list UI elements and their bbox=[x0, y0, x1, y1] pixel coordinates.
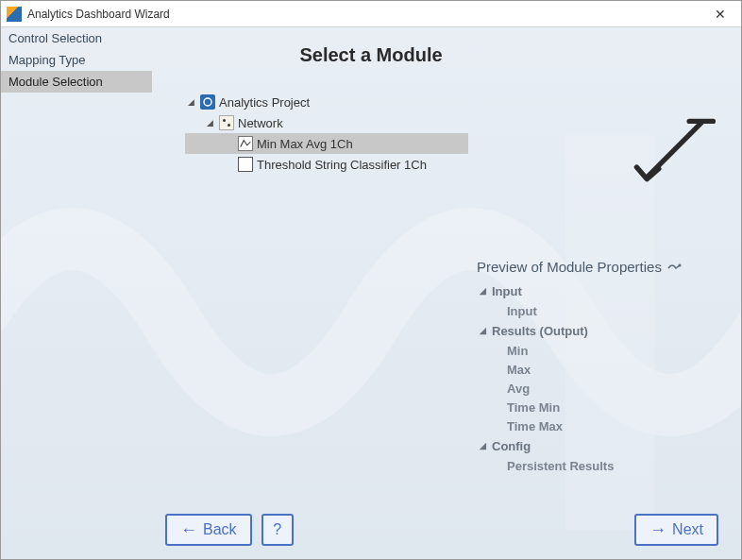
tree-label: Threshold String Classifier 1Ch bbox=[257, 158, 427, 172]
arrow-left-icon: ← bbox=[180, 521, 197, 538]
prop-group-label: Results (Output) bbox=[492, 324, 588, 338]
tree-label: Network bbox=[238, 116, 283, 130]
pin-icon[interactable] bbox=[667, 260, 683, 275]
prop-group-config[interactable]: ◢ Config bbox=[477, 435, 732, 456]
prop-item[interactable]: Max bbox=[477, 360, 732, 379]
minmax-icon bbox=[238, 136, 253, 151]
expander-icon[interactable]: ◢ bbox=[477, 441, 488, 450]
prop-item[interactable]: Persistent Results bbox=[477, 456, 732, 475]
threshold-icon bbox=[238, 157, 253, 172]
help-button[interactable]: ? bbox=[261, 514, 294, 546]
back-label: Back bbox=[203, 521, 237, 538]
step-module-selection[interactable]: Module Selection bbox=[1, 71, 152, 93]
prop-item[interactable]: Avg bbox=[477, 379, 732, 398]
next-button[interactable]: → Next bbox=[634, 514, 718, 546]
preview-title-row: Preview of Module Properties bbox=[477, 259, 732, 275]
module-tree: ◢ Analytics Project ◢ Network Min Max Av… bbox=[185, 92, 468, 175]
prop-group-results[interactable]: ◢ Results (Output) bbox=[477, 320, 732, 341]
tree-node-threshold[interactable]: Threshold String Classifier 1Ch bbox=[185, 154, 468, 175]
svg-point-4 bbox=[678, 263, 681, 266]
close-button[interactable]: ✕ bbox=[705, 5, 735, 24]
tree-label: Min Max Avg 1Ch bbox=[257, 137, 353, 151]
network-icon bbox=[219, 115, 234, 130]
expander-icon[interactable]: ◢ bbox=[477, 326, 488, 335]
tree-node-minmaxavg[interactable]: Min Max Avg 1Ch bbox=[185, 133, 468, 154]
prop-item[interactable]: Min bbox=[477, 341, 732, 360]
next-label: Next bbox=[672, 521, 703, 538]
expander-icon[interactable]: ◢ bbox=[185, 96, 196, 108]
prop-item[interactable]: Time Min bbox=[477, 398, 732, 416]
module-preview-icon bbox=[632, 108, 717, 193]
expander-spacer bbox=[223, 138, 234, 149]
expander-spacer bbox=[223, 159, 234, 170]
prop-item[interactable]: Time Max bbox=[477, 416, 732, 435]
prop-item[interactable]: Input bbox=[477, 301, 732, 320]
preview-title: Preview of Module Properties bbox=[477, 259, 662, 275]
preview-panel: Preview of Module Properties ◢ Input Inp… bbox=[477, 259, 732, 475]
tree-label: Analytics Project bbox=[219, 95, 310, 110]
prop-group-label: Input bbox=[492, 284, 522, 298]
back-button[interactable]: ← Back bbox=[165, 514, 252, 546]
prop-group-label: Config bbox=[492, 439, 531, 453]
page-title: Select a Module bbox=[1, 44, 741, 66]
expander-icon[interactable]: ◢ bbox=[204, 117, 215, 128]
app-icon bbox=[7, 7, 22, 22]
svg-point-1 bbox=[204, 98, 211, 106]
tree-node-project[interactable]: ◢ Analytics Project bbox=[185, 92, 468, 112]
button-bar: ← Back ? → Next bbox=[1, 514, 741, 546]
arrow-right-icon: → bbox=[649, 521, 666, 538]
help-label: ? bbox=[273, 521, 281, 538]
window-title: Analytics Dashboard Wizard bbox=[27, 8, 705, 21]
tree-node-network[interactable]: ◢ Network bbox=[185, 112, 468, 133]
expander-icon[interactable]: ◢ bbox=[477, 286, 488, 296]
project-icon bbox=[200, 94, 215, 110]
wizard-body: Control Selection Mapping Type Module Se… bbox=[1, 27, 741, 560]
prop-group-input[interactable]: ◢ Input bbox=[477, 280, 732, 301]
titlebar: Analytics Dashboard Wizard ✕ bbox=[1, 1, 741, 27]
